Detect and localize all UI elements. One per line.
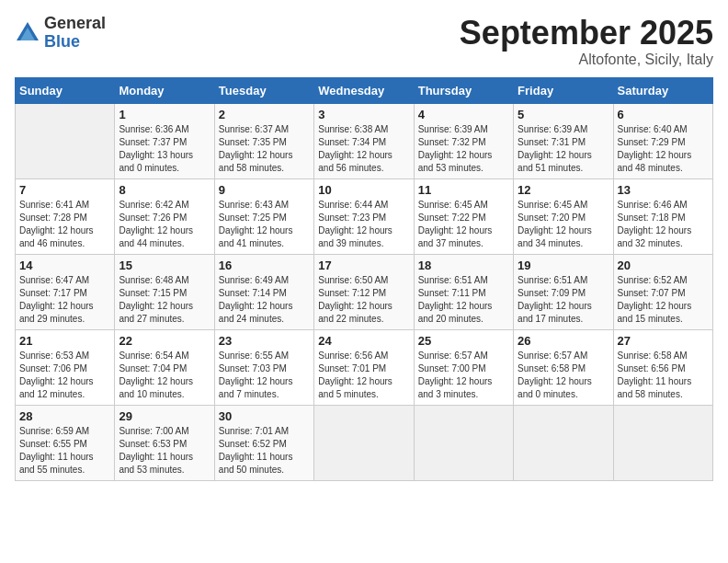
day-number: 21 — [19, 334, 110, 348]
day-number: 2 — [219, 108, 310, 121]
day-of-week-header: Thursday — [414, 77, 513, 103]
calendar-cell — [514, 405, 613, 480]
cell-content: Sunrise: 6:45 AM Sunset: 7:22 PM Dayligh… — [418, 199, 509, 250]
calendar-cell: 8Sunrise: 6:42 AM Sunset: 7:26 PM Daylig… — [115, 178, 214, 254]
day-number: 8 — [119, 183, 210, 197]
logo-general-text: General — [44, 15, 106, 33]
calendar-cell: 11Sunrise: 6:45 AM Sunset: 7:22 PM Dayli… — [414, 178, 513, 254]
day-number: 19 — [518, 259, 609, 272]
cell-content: Sunrise: 6:55 AM Sunset: 7:03 PM Dayligh… — [219, 350, 310, 401]
calendar-week-row: 14Sunrise: 6:47 AM Sunset: 7:17 PM Dayli… — [16, 254, 713, 329]
calendar-cell: 16Sunrise: 6:49 AM Sunset: 7:14 PM Dayli… — [214, 254, 313, 329]
cell-content: Sunrise: 6:54 AM Sunset: 7:04 PM Dayligh… — [119, 350, 210, 401]
logo: General Blue — [15, 15, 106, 52]
cell-content: Sunrise: 6:53 AM Sunset: 7:06 PM Dayligh… — [19, 350, 110, 401]
day-number: 20 — [618, 259, 709, 272]
day-number: 23 — [219, 334, 310, 348]
cell-content: Sunrise: 6:59 AM Sunset: 6:55 PM Dayligh… — [19, 425, 110, 477]
calendar-cell: 4Sunrise: 6:39 AM Sunset: 7:32 PM Daylig… — [414, 103, 513, 178]
calendar-cell: 27Sunrise: 6:58 AM Sunset: 6:56 PM Dayli… — [613, 329, 712, 405]
calendar-cell — [613, 405, 712, 480]
cell-content: Sunrise: 6:39 AM Sunset: 7:32 PM Dayligh… — [418, 123, 509, 175]
calendar-cell: 6Sunrise: 6:40 AM Sunset: 7:29 PM Daylig… — [613, 103, 712, 178]
day-number: 30 — [219, 409, 310, 423]
cell-content: Sunrise: 6:50 AM Sunset: 7:12 PM Dayligh… — [318, 274, 409, 326]
calendar-week-row: 21Sunrise: 6:53 AM Sunset: 7:06 PM Dayli… — [16, 329, 713, 405]
calendar-cell: 9Sunrise: 6:43 AM Sunset: 7:25 PM Daylig… — [214, 178, 313, 254]
calendar-cell: 24Sunrise: 6:56 AM Sunset: 7:01 PM Dayli… — [314, 329, 414, 405]
day-of-week-header: Sunday — [16, 77, 115, 103]
cell-content: Sunrise: 6:46 AM Sunset: 7:18 PM Dayligh… — [618, 199, 709, 250]
day-number: 1 — [119, 108, 210, 121]
calendar-week-row: 1Sunrise: 6:36 AM Sunset: 7:37 PM Daylig… — [16, 103, 713, 178]
calendar-cell: 15Sunrise: 6:48 AM Sunset: 7:15 PM Dayli… — [115, 254, 214, 329]
cell-content: Sunrise: 6:57 AM Sunset: 6:58 PM Dayligh… — [518, 350, 609, 401]
day-number: 11 — [418, 183, 509, 197]
day-number: 13 — [618, 183, 709, 197]
day-of-week-header: Monday — [115, 77, 214, 103]
calendar-cell: 28Sunrise: 6:59 AM Sunset: 6:55 PM Dayli… — [16, 405, 115, 480]
day-number: 10 — [318, 183, 409, 197]
calendar-cell: 17Sunrise: 6:50 AM Sunset: 7:12 PM Dayli… — [314, 254, 414, 329]
day-number: 14 — [19, 259, 110, 272]
day-of-week-header: Saturday — [613, 77, 712, 103]
logo-blue-text: Blue — [44, 33, 106, 52]
day-number: 6 — [618, 108, 709, 121]
cell-content: Sunrise: 6:56 AM Sunset: 7:01 PM Dayligh… — [318, 350, 409, 401]
cell-content: Sunrise: 6:51 AM Sunset: 7:09 PM Dayligh… — [518, 274, 609, 326]
calendar-cell: 19Sunrise: 6:51 AM Sunset: 7:09 PM Dayli… — [514, 254, 613, 329]
cell-content: Sunrise: 6:47 AM Sunset: 7:17 PM Dayligh… — [19, 274, 110, 326]
cell-content: Sunrise: 6:41 AM Sunset: 7:28 PM Dayligh… — [19, 199, 110, 250]
day-number: 24 — [318, 334, 409, 348]
calendar-cell: 13Sunrise: 6:46 AM Sunset: 7:18 PM Dayli… — [613, 178, 712, 254]
location-text: Altofonte, Sicily, Italy — [460, 52, 713, 68]
page-header: General Blue September 2025 Altofonte, S… — [15, 15, 713, 68]
calendar-cell: 3Sunrise: 6:38 AM Sunset: 7:34 PM Daylig… — [314, 103, 414, 178]
day-number: 29 — [119, 409, 210, 423]
day-number: 4 — [418, 108, 509, 121]
cell-content: Sunrise: 6:57 AM Sunset: 7:00 PM Dayligh… — [418, 350, 509, 401]
cell-content: Sunrise: 7:00 AM Sunset: 6:53 PM Dayligh… — [119, 425, 210, 477]
day-number: 17 — [318, 259, 409, 272]
cell-content: Sunrise: 6:36 AM Sunset: 7:37 PM Dayligh… — [119, 123, 210, 175]
calendar-cell: 1Sunrise: 6:36 AM Sunset: 7:37 PM Daylig… — [115, 103, 214, 178]
calendar-cell — [414, 405, 513, 480]
cell-content: Sunrise: 6:40 AM Sunset: 7:29 PM Dayligh… — [618, 123, 709, 175]
calendar-cell: 5Sunrise: 6:39 AM Sunset: 7:31 PM Daylig… — [514, 103, 613, 178]
day-number: 3 — [318, 108, 409, 121]
day-number: 7 — [19, 183, 110, 197]
cell-content: Sunrise: 6:39 AM Sunset: 7:31 PM Dayligh… — [518, 123, 609, 175]
calendar-cell: 25Sunrise: 6:57 AM Sunset: 7:00 PM Dayli… — [414, 329, 513, 405]
day-number: 26 — [518, 334, 609, 348]
calendar-cell: 26Sunrise: 6:57 AM Sunset: 6:58 PM Dayli… — [514, 329, 613, 405]
day-of-week-header: Tuesday — [214, 77, 313, 103]
day-number: 15 — [119, 259, 210, 272]
calendar-table: SundayMondayTuesdayWednesdayThursdayFrid… — [15, 77, 713, 481]
cell-content: Sunrise: 6:51 AM Sunset: 7:11 PM Dayligh… — [418, 274, 509, 326]
day-number: 25 — [418, 334, 509, 348]
cell-content: Sunrise: 6:45 AM Sunset: 7:20 PM Dayligh… — [518, 199, 609, 250]
cell-content: Sunrise: 6:49 AM Sunset: 7:14 PM Dayligh… — [219, 274, 310, 326]
calendar-cell: 12Sunrise: 6:45 AM Sunset: 7:20 PM Dayli… — [514, 178, 613, 254]
day-number: 18 — [418, 259, 509, 272]
day-number: 22 — [119, 334, 210, 348]
day-number: 28 — [19, 409, 110, 423]
calendar-cell: 14Sunrise: 6:47 AM Sunset: 7:17 PM Dayli… — [16, 254, 115, 329]
cell-content: Sunrise: 6:52 AM Sunset: 7:07 PM Dayligh… — [618, 274, 709, 326]
calendar-cell: 21Sunrise: 6:53 AM Sunset: 7:06 PM Dayli… — [16, 329, 115, 405]
day-of-week-header: Friday — [514, 77, 613, 103]
day-number: 12 — [518, 183, 609, 197]
calendar-header-row: SundayMondayTuesdayWednesdayThursdayFrid… — [16, 77, 713, 103]
cell-content: Sunrise: 6:43 AM Sunset: 7:25 PM Dayligh… — [219, 199, 310, 250]
calendar-cell — [16, 103, 115, 178]
calendar-cell: 29Sunrise: 7:00 AM Sunset: 6:53 PM Dayli… — [115, 405, 214, 480]
cell-content: Sunrise: 6:42 AM Sunset: 7:26 PM Dayligh… — [119, 199, 210, 250]
calendar-cell: 30Sunrise: 7:01 AM Sunset: 6:52 PM Dayli… — [214, 405, 313, 480]
calendar-cell: 18Sunrise: 6:51 AM Sunset: 7:11 PM Dayli… — [414, 254, 513, 329]
cell-content: Sunrise: 6:37 AM Sunset: 7:35 PM Dayligh… — [219, 123, 310, 175]
day-number: 16 — [219, 259, 310, 272]
cell-content: Sunrise: 6:48 AM Sunset: 7:15 PM Dayligh… — [119, 274, 210, 326]
cell-content: Sunrise: 6:38 AM Sunset: 7:34 PM Dayligh… — [318, 123, 409, 175]
calendar-cell: 7Sunrise: 6:41 AM Sunset: 7:28 PM Daylig… — [16, 178, 115, 254]
day-of-week-header: Wednesday — [314, 77, 414, 103]
